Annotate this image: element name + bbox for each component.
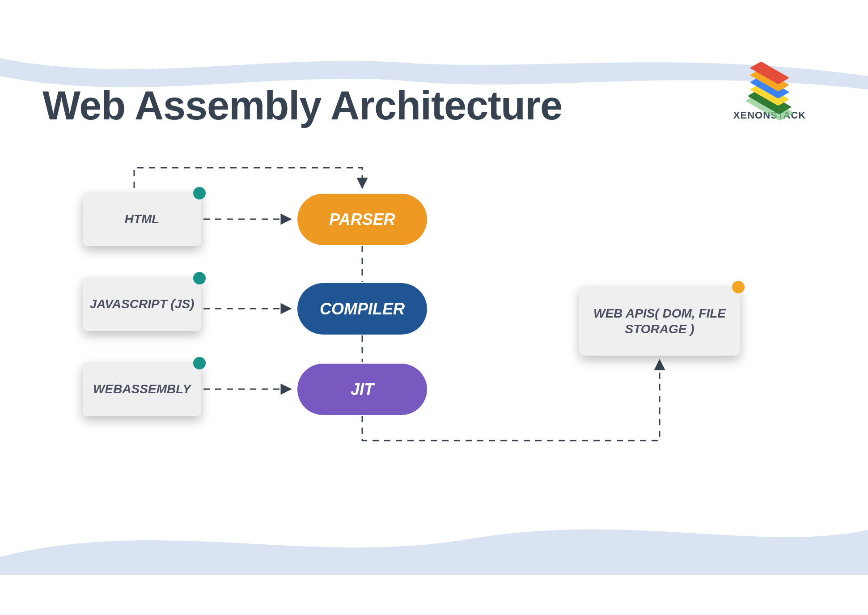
node-parser-label: PARSER xyxy=(329,210,395,229)
node-jit-label: JIT xyxy=(351,380,374,399)
node-html-label: HTML xyxy=(125,212,160,226)
node-wasm-label: WEBASSEMBLY xyxy=(93,382,191,396)
node-compiler-label: COMPILER xyxy=(320,300,405,318)
node-parser: PARSER xyxy=(297,194,427,245)
node-javascript: JAVASCRIPT (JS) xyxy=(83,277,201,331)
node-jit: JIT xyxy=(297,364,427,415)
node-web-apis: WEB APIS( DOM, FILE STORAGE ) xyxy=(579,286,740,356)
dot-icon xyxy=(732,281,745,293)
dot-icon xyxy=(193,272,206,284)
node-webassembly: WEBASSEMBLY xyxy=(83,362,201,416)
dot-icon xyxy=(193,357,206,369)
node-js-label: JAVASCRIPT (JS) xyxy=(90,297,195,311)
brand-logo: XENONSTACK xyxy=(729,65,810,121)
node-compiler: COMPILER xyxy=(297,283,427,335)
node-apis-label: WEB APIS( DOM, FILE STORAGE ) xyxy=(588,305,731,337)
stack-icon xyxy=(745,65,794,107)
wave-bottom xyxy=(0,503,868,575)
dot-icon xyxy=(193,187,206,199)
architecture-diagram: HTML JAVASCRIPT (JS) WEBASSEMBLY PARSER … xyxy=(76,163,792,485)
node-html: HTML xyxy=(83,192,201,246)
diagram-title: Web Assembly Architecture xyxy=(42,83,562,129)
